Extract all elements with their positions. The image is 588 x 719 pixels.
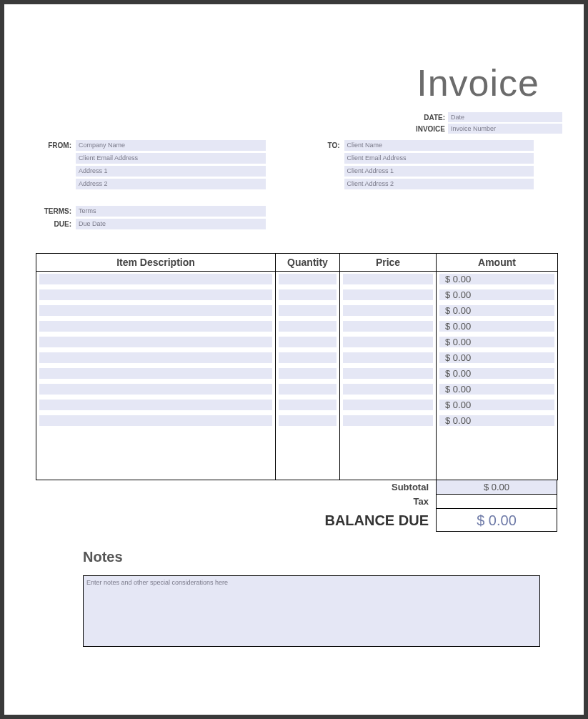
item-qty-field[interactable]: [279, 305, 337, 316]
item-qty-field[interactable]: [279, 400, 337, 410]
to-address1-field[interactable]: Client Address 1: [344, 166, 534, 177]
totals-block: Subtotal $ 0.00 Tax BALANCE DUE $ 0.00: [36, 480, 557, 532]
item-qty-field[interactable]: [279, 368, 337, 379]
to-address2-field[interactable]: Client Address 2: [344, 179, 534, 189]
table-row: $ 0.00: [36, 350, 558, 366]
invoice-number-field[interactable]: Invoice Number: [448, 124, 562, 134]
item-desc-field[interactable]: [39, 400, 272, 410]
date-field[interactable]: Date: [448, 112, 562, 122]
table-row-blank: [36, 446, 558, 463]
table-row-blank: [36, 429, 558, 446]
table-row: $ 0.00: [36, 334, 558, 350]
item-qty-field[interactable]: [279, 415, 337, 426]
table-row: $ 0.00: [36, 413, 558, 429]
item-qty-field[interactable]: [279, 384, 337, 395]
from-block: FROM: Company Name Client Email Address …: [26, 140, 294, 192]
invoice-page: Invoice DATE: Date INVOICE Invoice Numbe…: [4, 4, 584, 715]
item-amount-field: $ 0.00: [439, 415, 554, 426]
table-row: $ 0.00: [36, 382, 558, 397]
date-label: DATE:: [424, 114, 445, 122]
items-table: Item Description Quantity Price Amount $…: [36, 253, 558, 480]
table-row: $ 0.00: [36, 397, 558, 413]
table-row: $ 0.00: [36, 303, 558, 319]
col-header-price: Price: [340, 254, 437, 272]
from-address2-field[interactable]: Address 2: [76, 179, 266, 189]
item-amount-field: $ 0.00: [439, 274, 554, 284]
tax-value[interactable]: [436, 495, 557, 509]
to-client-field[interactable]: Client Name: [344, 140, 534, 151]
table-row: $ 0.00: [36, 287, 558, 303]
item-qty-field[interactable]: [279, 352, 337, 363]
item-price-field[interactable]: [343, 337, 433, 347]
subtotal-label: Subtotal: [36, 480, 436, 495]
notes-block: Notes Enter notes and other special cons…: [83, 549, 540, 647]
item-desc-field[interactable]: [39, 321, 272, 332]
item-desc-field[interactable]: [39, 337, 272, 347]
item-price-field[interactable]: [343, 352, 433, 363]
balance-due-value: $ 0.00: [436, 509, 557, 532]
col-header-quantity: Quantity: [276, 254, 340, 272]
due-field[interactable]: Due Date: [76, 219, 266, 229]
item-desc-field[interactable]: [39, 415, 272, 426]
item-amount-field: $ 0.00: [439, 368, 554, 379]
table-row: $ 0.00: [36, 366, 558, 382]
item-price-field[interactable]: [343, 321, 433, 332]
tax-label: Tax: [36, 495, 436, 509]
item-price-field[interactable]: [343, 415, 433, 426]
table-row: $ 0.00: [36, 272, 558, 287]
terms-label: TERMS:: [26, 206, 71, 217]
item-price-field[interactable]: [343, 274, 433, 284]
item-qty-field[interactable]: [279, 274, 337, 284]
item-amount-field: $ 0.00: [439, 400, 554, 410]
item-amount-field: $ 0.00: [439, 321, 554, 332]
from-email-field[interactable]: Client Email Address: [76, 153, 266, 164]
item-qty-field[interactable]: [279, 337, 337, 347]
to-block: TO: Client Name Client Email Address Cli…: [294, 140, 563, 192]
item-amount-field: $ 0.00: [439, 289, 554, 300]
due-label: DUE:: [26, 219, 71, 229]
page-title: Invoice: [26, 61, 539, 104]
col-header-description: Item Description: [36, 254, 276, 272]
item-amount-field: $ 0.00: [439, 305, 554, 316]
from-address1-field[interactable]: Address 1: [76, 166, 266, 177]
item-price-field[interactable]: [343, 289, 433, 300]
item-amount-field: $ 0.00: [439, 384, 554, 395]
table-row: $ 0.00: [36, 319, 558, 334]
item-desc-field[interactable]: [39, 274, 272, 284]
terms-block: TERMS: DUE: Terms Due Date: [26, 206, 294, 232]
meta-block: DATE: Date INVOICE Invoice Number: [26, 111, 562, 134]
table-row-blank: [36, 463, 558, 480]
item-price-field[interactable]: [343, 305, 433, 316]
item-desc-field[interactable]: [39, 289, 272, 300]
item-price-field[interactable]: [343, 384, 433, 395]
item-qty-field[interactable]: [279, 321, 337, 332]
subtotal-value: $ 0.00: [436, 480, 557, 495]
notes-title: Notes: [83, 549, 540, 565]
item-price-field[interactable]: [343, 400, 433, 410]
invoice-number-label: INVOICE: [416, 125, 445, 133]
col-header-amount: Amount: [437, 254, 558, 272]
from-company-field[interactable]: Company Name: [76, 140, 266, 151]
balance-due-label: BALANCE DUE: [36, 509, 436, 532]
item-amount-field: $ 0.00: [439, 352, 554, 363]
to-email-field[interactable]: Client Email Address: [344, 153, 534, 164]
to-label: TO:: [294, 140, 344, 192]
item-price-field[interactable]: [343, 368, 433, 379]
item-desc-field[interactable]: [39, 384, 272, 395]
terms-field[interactable]: Terms: [76, 206, 266, 217]
item-amount-field: $ 0.00: [439, 337, 554, 347]
item-desc-field[interactable]: [39, 368, 272, 379]
from-label: FROM:: [26, 140, 76, 192]
notes-textarea[interactable]: Enter notes and other special considerat…: [83, 575, 540, 647]
item-desc-field[interactable]: [39, 352, 272, 363]
item-qty-field[interactable]: [279, 289, 337, 300]
item-desc-field[interactable]: [39, 305, 272, 316]
